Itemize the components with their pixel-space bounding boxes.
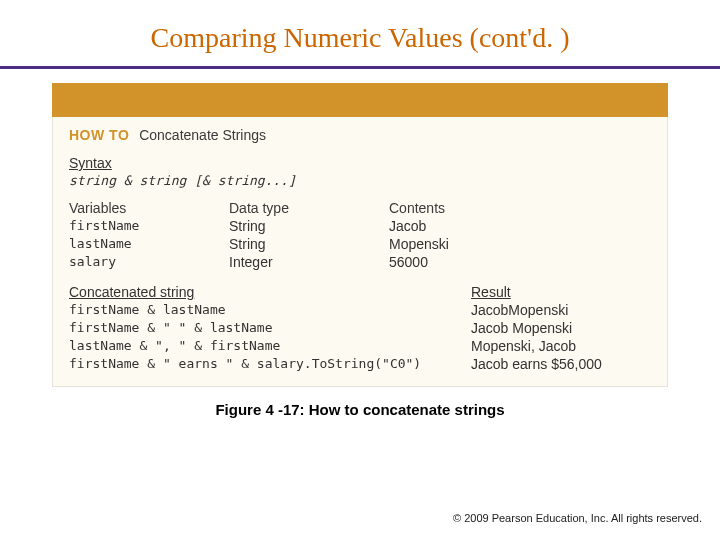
concat-result: Jacob Mopenski: [471, 320, 651, 336]
syntax-label: Syntax: [69, 155, 112, 171]
var-type: Integer: [229, 254, 389, 270]
copyright-line: © 2009 Pearson Education, Inc. All right…: [453, 512, 702, 524]
var-type: String: [229, 236, 389, 252]
var-name: salary: [69, 254, 229, 270]
howto-line: HOW TO Concatenate Strings: [69, 127, 651, 143]
var-name: lastName: [69, 236, 229, 252]
concat-result: Jacob earns $56,000: [471, 356, 651, 372]
vars-header-variables: Variables: [69, 200, 229, 216]
copyright-symbol: ©: [453, 512, 461, 524]
variables-table: Variables Data type Contents firstName S…: [69, 200, 651, 270]
howto-topic: Concatenate Strings: [139, 127, 266, 143]
concat-expr: lastName & ", " & firstName: [69, 338, 471, 354]
concat-expr: firstName & " " & lastName: [69, 320, 471, 336]
figure-body: HOW TO Concatenate Strings Syntax string…: [52, 117, 668, 387]
concat-header-right: Result: [471, 284, 651, 300]
figure-container: HOW TO Concatenate Strings Syntax string…: [52, 83, 668, 387]
copyright-text: 2009 Pearson Education, Inc. All rights …: [464, 512, 702, 524]
slide-title: Comparing Numeric Values (cont'd. ): [0, 0, 720, 54]
figure-caption: Figure 4 -17: How to concatenate strings: [0, 401, 720, 418]
howto-label: HOW TO: [69, 127, 129, 143]
vars-header-datatype: Data type: [229, 200, 389, 216]
concat-result: JacobMopenski: [471, 302, 651, 318]
title-underline: [0, 66, 720, 69]
syntax-code: string & string [& string...]: [69, 173, 651, 188]
concat-result: Mopenski, Jacob: [471, 338, 651, 354]
var-value: Mopenski: [389, 236, 651, 252]
var-value: Jacob: [389, 218, 651, 234]
concat-expr: firstName & " earns " & salary.ToString(…: [69, 356, 471, 372]
var-type: String: [229, 218, 389, 234]
var-value: 56000: [389, 254, 651, 270]
concat-header-left: Concatenated string: [69, 284, 471, 300]
concat-table: Concatenated string Result firstName & l…: [69, 284, 651, 372]
vars-header-contents: Contents: [389, 200, 651, 216]
var-name: firstName: [69, 218, 229, 234]
figure-header-bar: [52, 83, 668, 117]
concat-expr: firstName & lastName: [69, 302, 471, 318]
slide: Comparing Numeric Values (cont'd. ) HOW …: [0, 0, 720, 540]
